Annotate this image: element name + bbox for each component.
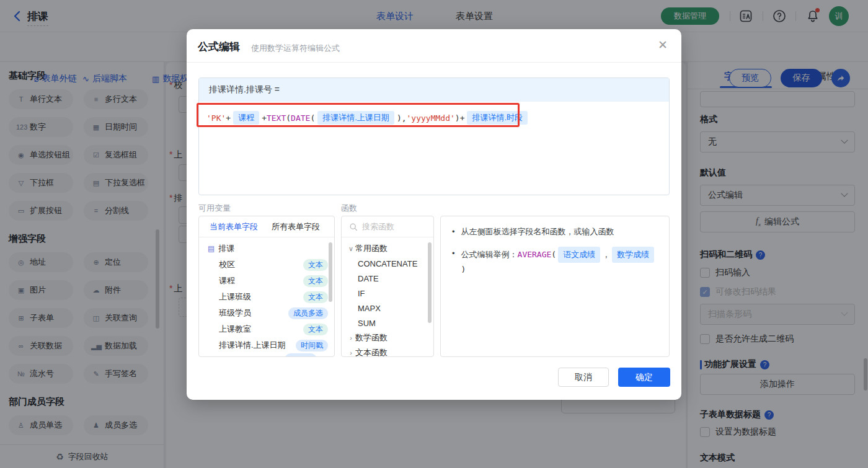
function-item[interactable]: CONCATENATE <box>342 256 433 271</box>
function-item[interactable]: SUM <box>342 316 433 330</box>
variable-name: 排课详情.上课日期 <box>219 340 286 351</box>
tips-panel: 从左侧面板选择字段名和函数，或输入函数 公式编辑举例： AVERAGE(语文成绩… <box>440 216 670 357</box>
variable-name: 班级学员 <box>219 307 251 319</box>
variable-row[interactable]: 上课教室文本 <box>199 321 334 337</box>
function-name: DATE <box>291 113 310 123</box>
variables-scrollbar[interactable] <box>329 242 332 302</box>
modal-title: 公式编辑 <box>198 40 240 54</box>
variable-row[interactable]: 课程文本 <box>199 273 334 289</box>
variable-name: 校区 <box>219 259 235 270</box>
function-group-label: 数学函数 <box>355 332 388 343</box>
clipped-row <box>285 353 317 357</box>
functions-scrollbar[interactable] <box>428 242 432 323</box>
app-root: 排课 表单设计 表单设置 数据管理 训 ⌀表单外链 ∿后端脚本 ▥数据权限 预览… <box>0 0 868 468</box>
paren: ) <box>455 113 460 123</box>
chevron-right-icon: › <box>347 349 355 356</box>
close-icon[interactable]: ✕ <box>658 39 668 51</box>
function-item[interactable]: DATE <box>342 271 433 286</box>
variables-tabs: 当前表单字段 所有表单字段 <box>199 216 334 237</box>
function-list: ∨常用函数CONCATENATEDATEIFMAPXSUM›数学函数›文本函数 <box>342 237 433 357</box>
formula-input-area[interactable]: 'PK'+课程+TEXT(DATE(排课详情.上课日期),'yyyyMMdd')… <box>199 102 669 134</box>
function-group-label: 常用函数 <box>355 243 388 254</box>
tip-example-prefix: 公式编辑举例： <box>461 248 518 262</box>
field-chip: 排课详情.上课日期 <box>317 111 394 125</box>
functions-panel: 搜索函数 ∨常用函数CONCATENATEDATEIFMAPXSUM›数学函数›… <box>341 216 434 357</box>
operator: ， <box>602 248 610 262</box>
field-chip: 排课详情.时段 <box>467 111 528 125</box>
chevron-right-icon: › <box>347 334 355 342</box>
variable-type-badge: 成员多选 <box>288 307 328 319</box>
function-item[interactable]: MAPX <box>342 301 433 316</box>
confirm-button[interactable]: 确定 <box>618 368 670 387</box>
paren: ( <box>551 248 556 262</box>
function-group[interactable]: ›文本函数 <box>342 345 433 357</box>
variable-row[interactable]: 班级学员成员多选 <box>199 305 334 321</box>
paren: ) <box>461 263 466 276</box>
string-literal: 'PK' <box>206 113 226 123</box>
variables-label: 可用变量 <box>198 203 231 214</box>
function-name: TEXT <box>267 113 286 123</box>
tab-current-form-fields[interactable]: 当前表单字段 <box>210 221 258 232</box>
variables-panel: 当前表单字段 所有表单字段 ▤排课校区文本课程文本上课班级文本班级学员成员多选上… <box>198 216 335 357</box>
variable-type-badge: 文本 <box>303 291 328 303</box>
function-group[interactable]: ∨常用函数 <box>342 241 433 256</box>
tip-example: 公式编辑举例： AVERAGE(语文成绩，数学成绩) <box>461 247 658 276</box>
function-item[interactable]: IF <box>342 286 433 301</box>
function-group-label: 文本函数 <box>355 347 388 357</box>
tip-example-line: 公式编辑举例： AVERAGE(语文成绩，数学成绩) <box>452 247 658 276</box>
functions-label: 函数 <box>341 203 357 214</box>
tab-all-form-fields[interactable]: 所有表单字段 <box>272 221 320 232</box>
field-chip: 语文成绩 <box>558 247 600 263</box>
variable-row[interactable]: 上课班级文本 <box>199 289 334 305</box>
function-name: AVERAGE <box>518 248 552 262</box>
tree-root-row[interactable]: ▤排课 <box>199 241 334 257</box>
field-chip: 数学成绩 <box>612 247 654 263</box>
paren: ( <box>286 113 291 123</box>
modal-subtitle: 使用数学运算符编辑公式 <box>251 43 340 54</box>
operator: + <box>226 113 231 123</box>
paren: ( <box>310 113 315 123</box>
variable-type-badge: 时间戳 <box>296 340 328 351</box>
operator: + <box>460 113 465 123</box>
function-search[interactable]: 搜索函数 <box>342 216 433 237</box>
tip-line: 从左侧面板选择字段名和函数，或输入函数 <box>452 225 658 239</box>
variable-name: 上课教室 <box>219 324 251 335</box>
variable-type-badge: 文本 <box>303 275 328 287</box>
field-chip: 课程 <box>233 111 259 125</box>
operator: , <box>402 113 407 123</box>
string-literal: 'yyyyMMdd' <box>407 113 455 123</box>
operator: + <box>262 113 267 123</box>
tip-text: 从左侧面板选择字段名和函数，或输入函数 <box>461 225 614 239</box>
search-placeholder: 搜索函数 <box>362 221 394 232</box>
function-group[interactable]: ›数学函数 <box>342 330 433 345</box>
variable-name: 课程 <box>219 275 235 286</box>
variable-row[interactable]: 排课详情.上课日期时间戳 <box>199 337 334 353</box>
variable-row[interactable]: 校区文本 <box>199 257 334 273</box>
formula-editor-modal: 公式编辑 使用数学运算符编辑公式 ✕ 排课详情.排课号 = 'PK'+课程+TE… <box>187 29 681 400</box>
formula-target: 排课详情.排课号 = <box>199 78 669 102</box>
cancel-button[interactable]: 取消 <box>558 368 609 387</box>
form-file-icon: ▤ <box>208 244 215 253</box>
tree-root-label: 排课 <box>218 243 234 254</box>
variable-type-badge: 文本 <box>303 259 328 271</box>
chevron-down-icon: ∨ <box>347 245 355 253</box>
formula-editor: 排课详情.排课号 = 'PK'+课程+TEXT(DATE(排课详情.上课日期),… <box>198 77 670 195</box>
variable-type-badge: 文本 <box>303 324 328 335</box>
divider <box>187 62 681 63</box>
variable-name: 上课班级 <box>219 291 251 302</box>
variables-tree: ▤排课校区文本课程文本上课班级文本班级学员成员多选上课教室文本排课详情.上课日期… <box>199 237 334 357</box>
search-icon <box>349 223 358 231</box>
paren: ) <box>397 113 402 123</box>
